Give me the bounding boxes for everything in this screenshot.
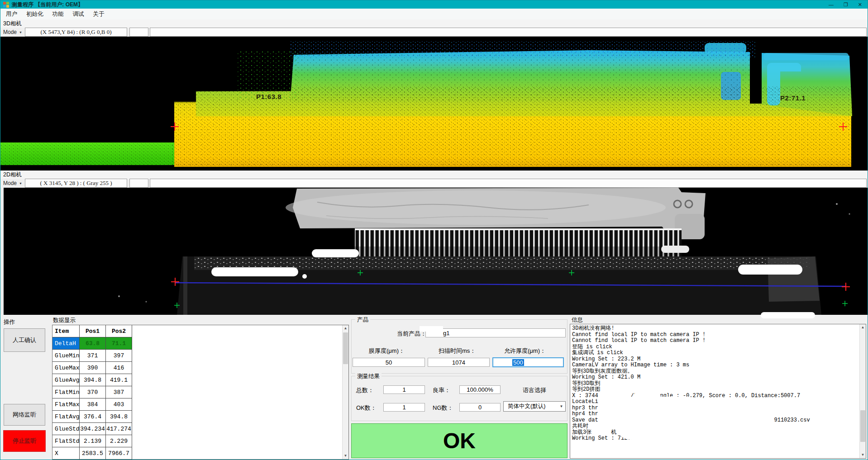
log-line: X : 3744 /58 Angle : -0.279, Score : 0.0… [572,393,858,399]
menu-init[interactable]: 初始化 [22,9,48,19]
table-cell: FlatMin [52,386,80,398]
scroll-up-icon[interactable]: ▲ [860,324,866,331]
table-cell: 419.1 [106,374,132,386]
language-combobox[interactable]: 简体中文(默认) ▼ [503,401,566,412]
yield-field[interactable]: 100.000% [459,385,501,394]
film-thickness-field[interactable]: 50 [353,358,425,367]
table-row[interactable]: DeltaH63.871.1 [52,337,132,350]
title-bar: 测量程序 【当前用户: OEM】 — ❐ ✕ [0,0,868,9]
heightmap-image [0,37,868,171]
close-button[interactable]: ✕ [858,0,862,9]
minimize-button[interactable]: — [829,0,834,9]
table-cell: 387 [106,386,132,398]
camera2d-coordinate-readout: ( X 3145, Y 28 ) : ( Gray 255 ) [25,179,127,188]
table-cell: 2.139 [80,435,106,447]
table-row[interactable]: GlueMax390416 [52,362,132,374]
table-cell: 417.274 [106,423,132,435]
scrollbar-thumb[interactable] [343,332,348,364]
table-row[interactable]: GlueMin371397 [52,350,132,362]
column-header: Item [52,325,80,337]
scrollbar-thumb[interactable] [860,410,865,442]
table-row[interactable]: FlatStd2.1392.229 [52,435,132,447]
scroll-up-icon[interactable]: ▲ [343,325,348,332]
table-cell: GlueMin [52,350,80,362]
p2-measurement-label: P2:71.1 [780,95,806,102]
log-line: 等到3D取到灰度图数据。 [572,369,858,375]
ok-count-field[interactable]: 1 [383,403,425,412]
result-status-text: OK [443,428,476,453]
table-cell: 394.8 [106,411,132,423]
log-line: Cannot find local IP to match camera IP … [572,332,858,338]
chevron-down-icon: ▼ [558,404,565,408]
info-label: 信息 [572,316,583,324]
data-table: Item Pos1 Pos2 DeltaH63.871.1GlueMin3713… [52,325,349,460]
table-row[interactable]: FlatMax384403 [52,398,132,411]
scroll-down-icon[interactable]: ▼ [860,452,866,458]
camera3d-mode-button[interactable]: Mode ▼ [0,28,25,37]
data-table-body: DeltaH63.871.1GlueMin371397GlueMax390416… [52,337,132,460]
table-row[interactable]: GlueAvg394.8419.1 [52,374,132,386]
ng-count-field[interactable]: 0 [459,403,501,412]
camera3d-view[interactable]: P1:63.8 P2:71.1 [0,37,868,171]
menu-user[interactable]: 用户 [1,9,22,19]
redaction-blob [420,326,443,332]
table-cell: 2.229 [106,435,132,447]
log-line: 等到3D取到 [572,381,858,387]
menu-bar: 用户 初始化 功能 调试 关于 [0,9,868,19]
redaction-blob [761,312,815,318]
stop-listen-button[interactable]: 停止监听 [3,430,46,452]
camera3d-status-bar [150,28,867,37]
selected-text: 500 [512,359,524,366]
table-row[interactable]: X2583.57966.7 [52,447,132,460]
camera2d-modebar: Mode ▼ ( X 3145, Y 28 ) : ( Gray 255 ) [0,179,868,188]
chevron-down-icon: ▼ [19,31,22,34]
camera3d-status-box [129,28,148,37]
log-line: CameraLV array to HImage time : 3 ms [572,362,858,369]
camera2d-status-bar [150,179,867,188]
table-cell: 394.8 [80,374,106,386]
maximize-button[interactable]: ❐ [844,0,848,9]
table-row[interactable]: FlatAvg376.4394.8 [52,411,132,423]
table-cell: 384 [80,398,106,411]
camera2d-mode-button[interactable]: Mode ▼ [0,179,25,188]
camera2d-status-box [129,179,148,188]
table-cell: FlatMax [52,398,80,411]
total-field[interactable]: 1 [383,385,425,394]
network-listen-button[interactable]: 网络监听 [4,404,45,426]
menu-function[interactable]: 功能 [48,9,68,19]
scan-time-field[interactable]: 1074 [428,358,490,367]
results-label: 测量结果 [355,373,382,380]
scan-time-label: 扫描时间ms： [439,347,476,355]
menu-debug[interactable]: 调试 [68,9,89,19]
table-cell: 390 [80,362,106,374]
camera2d-view[interactable] [0,188,868,315]
bottom-panel: 操作 人工确认 网络监听 停止监听 数据显示 Item Pos1 Pos2 De… [0,315,868,460]
scroll-down-icon[interactable]: ▼ [343,453,348,459]
allow-thickness-label: 允许厚度(μm)： [504,347,546,355]
window-title: 测量程序 【当前用户: OEM】 [12,1,83,9]
table-row[interactable]: FlatMin370387 [52,386,132,398]
current-product-field[interactable]: g1 [425,328,566,337]
data-grid: Item Pos1 Pos2 DeltaH63.871.1GlueMin3713… [52,325,132,460]
table-cell: 376.4 [80,411,106,423]
log-line: Working Set : 223.2 M [572,356,858,363]
redaction-blob [597,441,622,446]
app-icon [3,2,9,8]
table-row[interactable]: GlueStd394.234417.274 [52,423,132,435]
table-cell: 394.234 [80,423,106,435]
menu-about[interactable]: 关于 [89,9,109,19]
log-line: Cannot find local IP to match camera IP … [572,338,858,344]
table-scrollbar[interactable]: ▲ ▼ [342,325,348,459]
table-cell: GlueMax [52,362,80,374]
allow-thickness-field[interactable]: 500 [492,357,564,367]
log-line: 登陆 is click [572,344,858,351]
table-cell: 370 [80,386,106,398]
column-header: Pos1 [80,325,106,337]
camera3d-label: 3D相机 [0,19,868,28]
table-cell: FlatAvg [52,411,80,423]
log-scrollbar[interactable]: ▲ ▼ [859,324,866,458]
log-line: 3D相机没有网络! [572,326,858,332]
manual-confirm-button[interactable]: 人工确认 [4,328,45,352]
table-cell: 416 [106,362,132,374]
column-header: Pos2 [106,325,132,337]
